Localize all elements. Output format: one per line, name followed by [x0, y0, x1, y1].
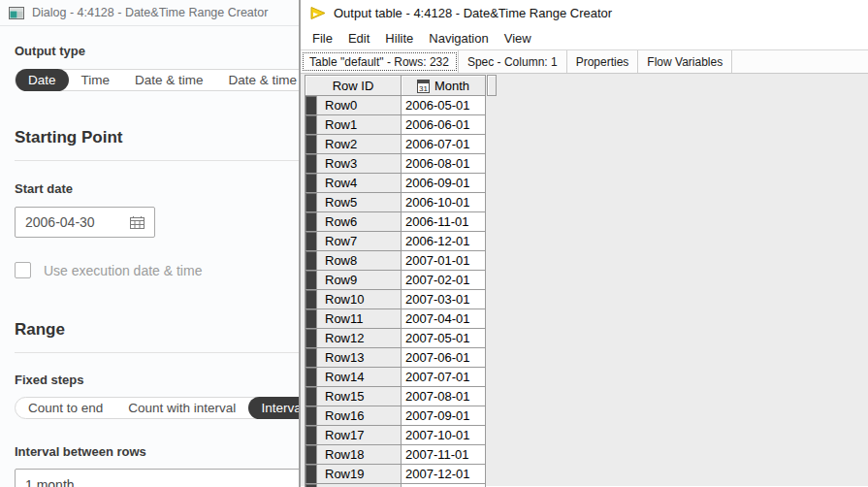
- month-cell[interactable]: 2007-12-01: [402, 465, 486, 484]
- row-id-cell[interactable]: Row15: [317, 387, 402, 406]
- row-selector-cell[interactable]: [305, 484, 317, 487]
- row-id-cell[interactable]: Row9: [317, 271, 402, 290]
- row-selector-cell[interactable]: [305, 445, 317, 465]
- row-id-cell[interactable]: Row3: [317, 154, 402, 174]
- row-selector-cell[interactable]: [305, 368, 317, 387]
- fixed-steps-segment-interval-to[interactable]: Interval to: [248, 397, 299, 419]
- tab-1[interactable]: Spec - Column: 1: [459, 50, 567, 73]
- table-row: Row1 2006-06-01: [305, 115, 486, 135]
- month-cell[interactable]: 2006-11-01: [402, 212, 486, 232]
- month-cell[interactable]: 2007-11-01: [402, 445, 486, 465]
- row-id-cell[interactable]: [317, 484, 402, 487]
- row-id-cell[interactable]: Row11: [317, 309, 402, 329]
- row-selector-cell[interactable]: [305, 426, 317, 445]
- column-header-row-id[interactable]: Row ID: [305, 76, 402, 96]
- row-selector-cell[interactable]: [305, 387, 317, 406]
- row-selector-cell[interactable]: [305, 329, 317, 348]
- month-cell[interactable]: 2007-01-01: [402, 251, 486, 271]
- row-selector-cell[interactable]: [305, 96, 317, 115]
- row-id-cell[interactable]: Row13: [317, 348, 402, 368]
- row-id-cell[interactable]: Row8: [317, 251, 402, 271]
- menu-view[interactable]: View: [497, 29, 539, 48]
- row-id-cell[interactable]: Row4: [317, 174, 402, 193]
- row-id-cell[interactable]: Row18: [317, 445, 402, 465]
- row-selector-cell[interactable]: [305, 348, 317, 368]
- calendar-icon[interactable]: [130, 216, 145, 229]
- menu-file[interactable]: File: [305, 29, 340, 48]
- tab-3[interactable]: Flow Variables: [638, 50, 732, 73]
- menu-hilite[interactable]: Hilite: [377, 29, 421, 48]
- row-id-cell[interactable]: Row10: [317, 290, 402, 309]
- month-cell[interactable]: 2006-10-01: [402, 193, 486, 212]
- tab-2[interactable]: Properties: [567, 50, 639, 73]
- row-selector-cell[interactable]: [305, 232, 317, 251]
- month-cell[interactable]: 2007-08-01: [402, 387, 486, 406]
- interval-input[interactable]: 1 month: [15, 469, 299, 487]
- row-selector-cell[interactable]: [305, 290, 317, 309]
- menu-navigation[interactable]: Navigation: [421, 29, 496, 48]
- month-cell[interactable]: 2007-03-01: [402, 290, 486, 309]
- month-cell[interactable]: 2007-06-01: [402, 348, 486, 368]
- row-selector-cell[interactable]: [305, 154, 317, 174]
- fixed-steps-segmented: Count to endCount with intervalInterval …: [15, 397, 299, 419]
- output-type-segment-time[interactable]: Time: [69, 70, 123, 90]
- row-selector-cell[interactable]: [305, 309, 317, 329]
- row-selector-cell[interactable]: [305, 193, 317, 212]
- tab-0[interactable]: Table "default" - Rows: 232: [301, 50, 459, 73]
- row-selector-cell[interactable]: [305, 115, 317, 135]
- row-id-cell[interactable]: Row2: [317, 135, 402, 154]
- row-id-cell[interactable]: Row6: [317, 212, 402, 232]
- row-selector-cell[interactable]: [305, 174, 317, 193]
- output-type-segment-date-time-zone[interactable]: Date & time & zone: [216, 70, 299, 90]
- use-execution-row: Use execution date & time: [15, 262, 284, 278]
- start-date-value: 2006-04-30: [25, 214, 95, 230]
- use-execution-checkbox[interactable]: [15, 262, 31, 278]
- row-id-cell[interactable]: Row0: [317, 96, 402, 115]
- start-date-input[interactable]: 2006-04-30: [15, 207, 155, 238]
- month-cell[interactable]: 2007-09-01: [402, 406, 486, 426]
- row-selector-cell[interactable]: [305, 135, 317, 154]
- month-cell[interactable]: 2006-08-01: [402, 154, 486, 174]
- row-id-cell[interactable]: Row5: [317, 193, 402, 212]
- row-selector-cell[interactable]: [305, 271, 317, 290]
- row-selector-cell[interactable]: [305, 465, 317, 484]
- start-date-label: Start date: [15, 181, 284, 196]
- month-cell[interactable]: 2006-12-01: [402, 232, 486, 251]
- table-row: Row12 2007-05-01: [305, 329, 486, 348]
- month-cell[interactable]: 2007-07-01: [402, 368, 486, 387]
- row-id-cell[interactable]: Row7: [317, 232, 402, 251]
- month-cell[interactable]: [402, 484, 486, 487]
- month-cell[interactable]: 2006-06-01: [402, 115, 486, 135]
- table-row: Row2 2006-07-01: [305, 135, 486, 154]
- output-type-segment-date-time[interactable]: Date & time: [122, 70, 216, 90]
- row-id-cell[interactable]: Row12: [317, 329, 402, 348]
- month-cell[interactable]: 2007-02-01: [402, 271, 486, 290]
- output-type-label: Output type: [15, 44, 284, 58]
- output-type-segment-date[interactable]: Date: [16, 69, 69, 91]
- screen: Dialog - 4:4128 - Date&Time Range Creato…: [0, 0, 868, 487]
- month-cell[interactable]: 2007-10-01: [402, 426, 486, 445]
- row-id-cell[interactable]: Row1: [317, 115, 402, 135]
- fixed-steps-segment-count-to-end[interactable]: Count to end: [16, 398, 115, 418]
- row-selector-cell[interactable]: [305, 406, 317, 426]
- knime-triangle-icon: [310, 6, 326, 20]
- table-row: Row10 2007-03-01: [305, 290, 486, 309]
- column-header-month[interactable]: 31Month: [402, 76, 486, 96]
- row-selector-cell[interactable]: [305, 212, 317, 232]
- month-cell[interactable]: 2007-05-01: [402, 329, 486, 348]
- row-id-cell[interactable]: Row17: [317, 426, 402, 445]
- row-id-cell[interactable]: Row14: [317, 368, 402, 387]
- row-selector-cell[interactable]: [305, 251, 317, 271]
- month-cell[interactable]: 2006-09-01: [402, 174, 486, 193]
- month-cell[interactable]: 2006-07-01: [402, 135, 486, 154]
- fixed-steps-segment-count-with-interval[interactable]: Count with interval: [115, 398, 248, 418]
- table-row: Row14 2007-07-01: [305, 368, 486, 387]
- row-id-cell[interactable]: Row19: [317, 465, 402, 484]
- header-filler-stub: [487, 75, 497, 96]
- month-cell[interactable]: 2006-05-01: [402, 96, 486, 115]
- table-row: Row16 2007-09-01: [305, 406, 486, 426]
- menu-edit[interactable]: Edit: [340, 29, 377, 48]
- dialog-titlebar: Dialog - 4:4128 - Date&Time Range Creato…: [0, 0, 299, 26]
- row-id-cell[interactable]: Row16: [317, 406, 402, 426]
- month-cell[interactable]: 2007-04-01: [402, 309, 486, 329]
